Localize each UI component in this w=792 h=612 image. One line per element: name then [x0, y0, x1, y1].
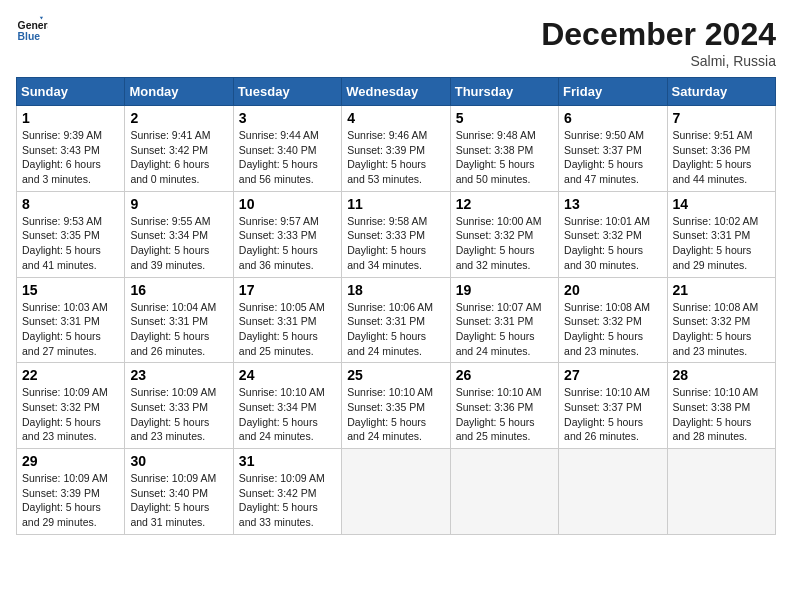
col-header-monday: Monday — [125, 78, 233, 106]
title-area: December 2024 Salmi, Russia — [541, 16, 776, 69]
day-info: Sunrise: 10:09 AMSunset: 3:42 PMDaylight… — [239, 471, 336, 530]
day-number: 9 — [130, 196, 227, 212]
day-info: Sunrise: 10:08 AMSunset: 3:32 PMDaylight… — [673, 300, 770, 359]
day-number: 16 — [130, 282, 227, 298]
day-cell: 4Sunrise: 9:46 AMSunset: 3:39 PMDaylight… — [342, 106, 450, 192]
day-cell: 31Sunrise: 10:09 AMSunset: 3:42 PMDaylig… — [233, 449, 341, 535]
day-cell: 9Sunrise: 9:55 AMSunset: 3:34 PMDaylight… — [125, 191, 233, 277]
day-info: Sunrise: 9:50 AMSunset: 3:37 PMDaylight:… — [564, 128, 661, 187]
week-row-1: 1Sunrise: 9:39 AMSunset: 3:43 PMDaylight… — [17, 106, 776, 192]
day-info: Sunrise: 10:04 AMSunset: 3:31 PMDaylight… — [130, 300, 227, 359]
day-info: Sunrise: 10:09 AMSunset: 3:32 PMDaylight… — [22, 385, 119, 444]
day-number: 14 — [673, 196, 770, 212]
day-info: Sunrise: 10:10 AMSunset: 3:35 PMDaylight… — [347, 385, 444, 444]
day-info: Sunrise: 10:00 AMSunset: 3:32 PMDaylight… — [456, 214, 553, 273]
month-title: December 2024 — [541, 16, 776, 53]
day-number: 17 — [239, 282, 336, 298]
day-cell: 7Sunrise: 9:51 AMSunset: 3:36 PMDaylight… — [667, 106, 775, 192]
day-info: Sunrise: 10:06 AMSunset: 3:31 PMDaylight… — [347, 300, 444, 359]
day-number: 22 — [22, 367, 119, 383]
day-info: Sunrise: 10:03 AMSunset: 3:31 PMDaylight… — [22, 300, 119, 359]
location: Salmi, Russia — [541, 53, 776, 69]
day-number: 1 — [22, 110, 119, 126]
day-cell: 15Sunrise: 10:03 AMSunset: 3:31 PMDaylig… — [17, 277, 125, 363]
day-cell: 8Sunrise: 9:53 AMSunset: 3:35 PMDaylight… — [17, 191, 125, 277]
day-cell: 3Sunrise: 9:44 AMSunset: 3:40 PMDaylight… — [233, 106, 341, 192]
day-cell: 2Sunrise: 9:41 AMSunset: 3:42 PMDaylight… — [125, 106, 233, 192]
day-info: Sunrise: 10:09 AMSunset: 3:33 PMDaylight… — [130, 385, 227, 444]
day-info: Sunrise: 9:44 AMSunset: 3:40 PMDaylight:… — [239, 128, 336, 187]
day-info: Sunrise: 9:53 AMSunset: 3:35 PMDaylight:… — [22, 214, 119, 273]
calendar-table: SundayMondayTuesdayWednesdayThursdayFrid… — [16, 77, 776, 535]
day-number: 2 — [130, 110, 227, 126]
page-header: General Blue December 2024 Salmi, Russia — [16, 16, 776, 69]
day-number: 18 — [347, 282, 444, 298]
day-info: Sunrise: 10:08 AMSunset: 3:32 PMDaylight… — [564, 300, 661, 359]
col-header-saturday: Saturday — [667, 78, 775, 106]
day-info: Sunrise: 10:07 AMSunset: 3:31 PMDaylight… — [456, 300, 553, 359]
day-cell: 13Sunrise: 10:01 AMSunset: 3:32 PMDaylig… — [559, 191, 667, 277]
day-number: 26 — [456, 367, 553, 383]
day-cell: 22Sunrise: 10:09 AMSunset: 3:32 PMDaylig… — [17, 363, 125, 449]
day-info: Sunrise: 9:57 AMSunset: 3:33 PMDaylight:… — [239, 214, 336, 273]
day-cell: 20Sunrise: 10:08 AMSunset: 3:32 PMDaylig… — [559, 277, 667, 363]
day-cell — [450, 449, 558, 535]
day-number: 19 — [456, 282, 553, 298]
day-cell: 10Sunrise: 9:57 AMSunset: 3:33 PMDayligh… — [233, 191, 341, 277]
day-info: Sunrise: 9:46 AMSunset: 3:39 PMDaylight:… — [347, 128, 444, 187]
day-number: 13 — [564, 196, 661, 212]
day-info: Sunrise: 10:10 AMSunset: 3:36 PMDaylight… — [456, 385, 553, 444]
day-cell: 18Sunrise: 10:06 AMSunset: 3:31 PMDaylig… — [342, 277, 450, 363]
logo-icon: General Blue — [16, 16, 48, 44]
day-cell: 12Sunrise: 10:00 AMSunset: 3:32 PMDaylig… — [450, 191, 558, 277]
day-info: Sunrise: 10:10 AMSunset: 3:34 PMDaylight… — [239, 385, 336, 444]
day-info: Sunrise: 10:10 AMSunset: 3:38 PMDaylight… — [673, 385, 770, 444]
day-number: 6 — [564, 110, 661, 126]
week-row-4: 22Sunrise: 10:09 AMSunset: 3:32 PMDaylig… — [17, 363, 776, 449]
col-header-wednesday: Wednesday — [342, 78, 450, 106]
day-info: Sunrise: 9:41 AMSunset: 3:42 PMDaylight:… — [130, 128, 227, 187]
day-cell: 11Sunrise: 9:58 AMSunset: 3:33 PMDayligh… — [342, 191, 450, 277]
day-number: 30 — [130, 453, 227, 469]
day-cell — [667, 449, 775, 535]
logo: General Blue — [16, 16, 48, 44]
day-number: 3 — [239, 110, 336, 126]
col-header-tuesday: Tuesday — [233, 78, 341, 106]
day-info: Sunrise: 10:10 AMSunset: 3:37 PMDaylight… — [564, 385, 661, 444]
header-row: SundayMondayTuesdayWednesdayThursdayFrid… — [17, 78, 776, 106]
day-cell: 14Sunrise: 10:02 AMSunset: 3:31 PMDaylig… — [667, 191, 775, 277]
day-cell: 5Sunrise: 9:48 AMSunset: 3:38 PMDaylight… — [450, 106, 558, 192]
day-cell: 1Sunrise: 9:39 AMSunset: 3:43 PMDaylight… — [17, 106, 125, 192]
day-cell: 6Sunrise: 9:50 AMSunset: 3:37 PMDaylight… — [559, 106, 667, 192]
day-number: 5 — [456, 110, 553, 126]
day-info: Sunrise: 9:39 AMSunset: 3:43 PMDaylight:… — [22, 128, 119, 187]
col-header-thursday: Thursday — [450, 78, 558, 106]
day-number: 20 — [564, 282, 661, 298]
day-info: Sunrise: 10:09 AMSunset: 3:40 PMDaylight… — [130, 471, 227, 530]
day-cell — [559, 449, 667, 535]
day-number: 31 — [239, 453, 336, 469]
day-info: Sunrise: 9:58 AMSunset: 3:33 PMDaylight:… — [347, 214, 444, 273]
day-number: 27 — [564, 367, 661, 383]
day-number: 28 — [673, 367, 770, 383]
week-row-5: 29Sunrise: 10:09 AMSunset: 3:39 PMDaylig… — [17, 449, 776, 535]
day-cell: 19Sunrise: 10:07 AMSunset: 3:31 PMDaylig… — [450, 277, 558, 363]
day-number: 7 — [673, 110, 770, 126]
day-info: Sunrise: 10:05 AMSunset: 3:31 PMDaylight… — [239, 300, 336, 359]
day-cell: 30Sunrise: 10:09 AMSunset: 3:40 PMDaylig… — [125, 449, 233, 535]
day-cell: 29Sunrise: 10:09 AMSunset: 3:39 PMDaylig… — [17, 449, 125, 535]
day-cell: 27Sunrise: 10:10 AMSunset: 3:37 PMDaylig… — [559, 363, 667, 449]
svg-text:Blue: Blue — [18, 31, 41, 42]
day-cell: 16Sunrise: 10:04 AMSunset: 3:31 PMDaylig… — [125, 277, 233, 363]
svg-text:General: General — [18, 20, 48, 31]
day-info: Sunrise: 9:48 AMSunset: 3:38 PMDaylight:… — [456, 128, 553, 187]
day-info: Sunrise: 10:09 AMSunset: 3:39 PMDaylight… — [22, 471, 119, 530]
day-number: 10 — [239, 196, 336, 212]
day-cell: 17Sunrise: 10:05 AMSunset: 3:31 PMDaylig… — [233, 277, 341, 363]
day-info: Sunrise: 10:02 AMSunset: 3:31 PMDaylight… — [673, 214, 770, 273]
day-number: 21 — [673, 282, 770, 298]
day-number: 4 — [347, 110, 444, 126]
day-cell: 23Sunrise: 10:09 AMSunset: 3:33 PMDaylig… — [125, 363, 233, 449]
day-number: 11 — [347, 196, 444, 212]
day-number: 12 — [456, 196, 553, 212]
